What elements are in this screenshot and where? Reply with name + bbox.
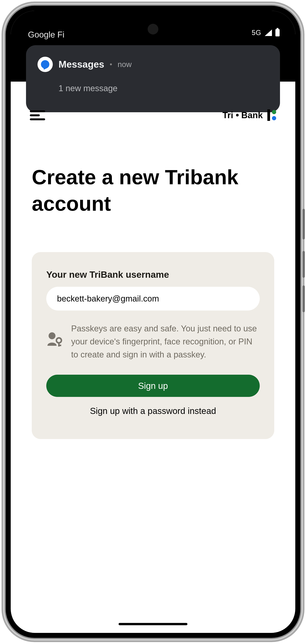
passkey-icon: [46, 322, 63, 348]
notification-time: now: [118, 60, 132, 69]
network-label: 5G: [252, 29, 261, 37]
status-right: 5G: [252, 29, 280, 37]
notification-body: 1 new message: [58, 84, 117, 93]
passkey-info-text: Passkeys are easy and safe. You just nee…: [71, 322, 260, 361]
home-indicator[interactable]: [119, 623, 187, 625]
separator-dot-icon: [110, 64, 112, 65]
volume-up-button[interactable]: [303, 209, 305, 240]
page-title: Create a new Tribank account: [32, 164, 274, 217]
status-carrier: Google Fi: [28, 30, 64, 40]
brand-dot-icon: [236, 114, 239, 116]
signal-icon: [265, 30, 272, 36]
notification-app-name: Messages: [58, 59, 104, 70]
menu-icon[interactable]: [30, 110, 45, 120]
username-label: Your new TriBank username: [46, 269, 260, 280]
username-input[interactable]: [46, 287, 260, 310]
signup-card: Your new TriBank username Passkeys are e…: [32, 252, 274, 439]
camera-cutout: [148, 24, 158, 34]
svg-point-1: [56, 338, 61, 343]
brand-logo[interactable]: Tri Bank: [222, 110, 276, 121]
messages-app-icon: [37, 57, 53, 72]
brand-mark-icon: [267, 110, 276, 121]
app-header: Tri Bank: [11, 101, 295, 126]
sign-up-button[interactable]: Sign up: [46, 375, 260, 397]
sign-up-password-link[interactable]: Sign up with a password instead: [46, 406, 260, 416]
brand-text-1: Tri: [222, 110, 233, 120]
brand-text-2: Bank: [241, 110, 263, 120]
phone-frame: Google Fi 5G Messages now 1 new message: [6, 6, 300, 638]
screen: Google Fi 5G Messages now 1 new message: [11, 11, 295, 633]
svg-point-0: [49, 332, 55, 339]
power-button[interactable]: [303, 286, 305, 312]
svg-rect-3: [58, 344, 61, 346]
battery-icon: [275, 29, 280, 36]
volume-down-button[interactable]: [303, 251, 305, 278]
